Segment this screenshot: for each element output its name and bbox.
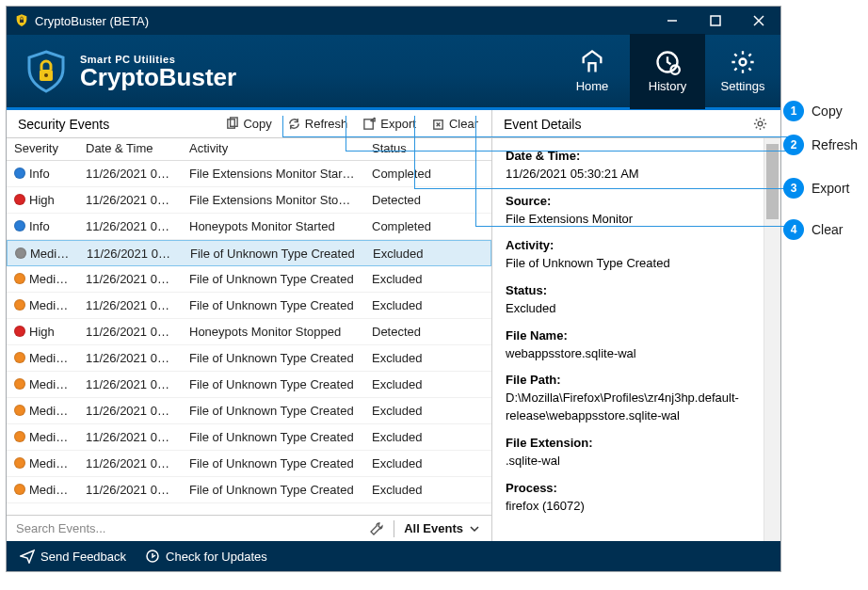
detail-value: D:\Mozilla\Firefox\Profiles\zr4nj3hp.def… xyxy=(506,390,750,425)
details-settings-button[interactable] xyxy=(746,115,775,133)
events-panel-header: Security Events Copy Refresh Export Clea… xyxy=(7,110,491,138)
leader-1v xyxy=(282,116,283,136)
svg-rect-0 xyxy=(20,20,24,23)
send-feedback-link[interactable]: Send Feedback xyxy=(20,549,126,564)
severity-dot xyxy=(14,457,25,469)
table-row[interactable]: Medium11/26/2021 05:30:...File of Unknow… xyxy=(7,293,491,319)
logo: Smart PC Utilities CryptoBuster xyxy=(24,49,236,94)
callout-4: 4Clear xyxy=(783,219,858,240)
send-icon xyxy=(20,549,35,564)
detail-label: File Name: xyxy=(506,327,750,345)
col-status[interactable]: Status xyxy=(364,138,458,160)
grid-body[interactable]: Info11/26/2021 05:30:...File Extensions … xyxy=(7,161,491,515)
app-header: Smart PC Utilities CryptoBuster HomeHist… xyxy=(7,35,780,110)
wrench-icon[interactable] xyxy=(369,521,384,536)
events-panel: Security Events Copy Refresh Export Clea… xyxy=(7,110,492,541)
leader-2v xyxy=(346,116,346,151)
minimize-button[interactable] xyxy=(651,7,694,35)
events-panel-title: Security Events xyxy=(18,117,217,132)
nav-bar: HomeHistorySettings xyxy=(555,34,780,109)
copy-label: Copy xyxy=(243,117,271,131)
copy-button[interactable]: Copy xyxy=(217,115,279,133)
search-input[interactable] xyxy=(16,521,369,535)
detail-field: File Name:webappsstore.sqlite-wal xyxy=(506,327,750,363)
detail-value: File of Unknown Type Created xyxy=(506,255,750,273)
detail-value: .sqlite-wal xyxy=(506,453,750,470)
nav-settings[interactable]: Settings xyxy=(705,34,780,109)
details-list: Date & Time:11/26/2021 05:30:21 AMSource… xyxy=(506,148,750,515)
severity-dot xyxy=(14,352,25,363)
history-icon xyxy=(654,49,681,75)
export-label: Export xyxy=(380,117,416,131)
table-row[interactable]: Medium11/26/2021 05:28:...File of Unknow… xyxy=(7,451,491,477)
nav-history[interactable]: History xyxy=(630,34,705,109)
app-window: CryptoBuster (BETA) Smart PC Utilities C… xyxy=(6,6,781,572)
close-button[interactable] xyxy=(737,7,780,35)
severity-dot xyxy=(14,299,25,311)
col-datetime[interactable]: Date & Time xyxy=(78,138,182,160)
check-updates-link[interactable]: Check for Updates xyxy=(145,549,267,564)
table-row[interactable]: Medium11/26/2021 05:30:...File of Unknow… xyxy=(7,266,491,293)
col-severity[interactable]: Severity xyxy=(7,138,78,160)
leader-3v xyxy=(414,116,415,188)
detail-label: Source: xyxy=(506,193,750,211)
details-panel-header: Event Details xyxy=(492,110,780,138)
detail-value: File Extensions Monitor xyxy=(506,211,750,229)
detail-label: Date & Time: xyxy=(506,148,750,166)
refresh-button[interactable]: Refresh xyxy=(280,115,356,133)
svg-point-6 xyxy=(44,73,48,77)
severity-dot xyxy=(14,326,25,337)
nav-label: Settings xyxy=(721,79,765,93)
nav-home[interactable]: Home xyxy=(555,34,630,109)
scrollbar-thumb[interactable] xyxy=(766,144,779,219)
table-row[interactable]: High11/26/2021 05:30:...File Extensions … xyxy=(7,187,491,214)
severity-dot xyxy=(14,405,25,416)
scrollbar[interactable] xyxy=(764,138,780,541)
severity-dot xyxy=(14,167,25,179)
leader-4v xyxy=(475,116,476,226)
detail-value: webappsstore.sqlite-wal xyxy=(506,345,750,363)
severity-dot xyxy=(14,378,25,390)
severity-dot xyxy=(14,484,25,495)
table-row[interactable]: High11/26/2021 05:30:...Honeypots Monito… xyxy=(7,319,491,345)
col-activity[interactable]: Activity xyxy=(182,138,364,160)
table-row[interactable]: Medium11/26/2021 05:29:...File of Unknow… xyxy=(7,372,491,398)
table-row[interactable]: Medium11/26/2021 05:30:...File of Unknow… xyxy=(7,240,491,266)
severity-dot xyxy=(14,273,25,284)
detail-field: Activity:File of Unknown Type Created xyxy=(506,237,750,273)
app-icon xyxy=(14,13,29,28)
severity-dot xyxy=(14,194,25,205)
brand-main: CryptoBuster xyxy=(80,65,236,89)
callout-2: 2Refresh xyxy=(783,135,858,155)
detail-field: File Extension:.sqlite-wal xyxy=(506,435,750,470)
severity-dot xyxy=(15,247,26,259)
table-row[interactable]: Medium11/26/2021 05:28:...File of Unknow… xyxy=(7,477,491,503)
severity-dot xyxy=(14,220,25,231)
table-row[interactable]: Medium11/26/2021 05:29:...File of Unknow… xyxy=(7,345,491,372)
chevron-down-icon[interactable] xyxy=(467,521,482,536)
detail-label: Process: xyxy=(506,480,750,498)
maximize-button[interactable] xyxy=(694,7,737,35)
clear-label: Clear xyxy=(449,117,478,131)
table-row[interactable]: Medium11/26/2021 05:28:...File of Unknow… xyxy=(7,424,491,451)
table-row[interactable]: Info11/26/2021 05:30:...Honeypots Monito… xyxy=(7,214,491,240)
table-row[interactable]: Info11/26/2021 05:30:...File Extensions … xyxy=(7,161,491,187)
nav-label: Home xyxy=(576,79,609,93)
detail-label: File Extension: xyxy=(506,435,750,453)
svg-rect-2 xyxy=(711,16,720,25)
detail-value: firefox (16072) xyxy=(506,498,750,516)
update-icon xyxy=(145,549,160,564)
search-bar: All Events xyxy=(7,515,491,541)
table-row[interactable]: Medium11/26/2021 05:29:...File of Unknow… xyxy=(7,398,491,424)
details-body[interactable]: Date & Time:11/26/2021 05:30:21 AMSource… xyxy=(492,138,780,541)
severity-dot xyxy=(14,431,25,442)
events-grid: Severity Date & Time Activity Status Inf… xyxy=(7,138,491,515)
nav-label: History xyxy=(649,79,686,93)
callout-3: 3Export xyxy=(783,178,858,199)
clear-button[interactable]: Clear xyxy=(424,115,486,133)
detail-field: Source:File Extensions Monitor xyxy=(506,193,750,229)
filter-label[interactable]: All Events xyxy=(404,521,463,535)
detail-value: Excluded xyxy=(506,300,750,318)
detail-label: Activity: xyxy=(506,237,750,255)
check-updates-label: Check for Updates xyxy=(166,550,267,564)
